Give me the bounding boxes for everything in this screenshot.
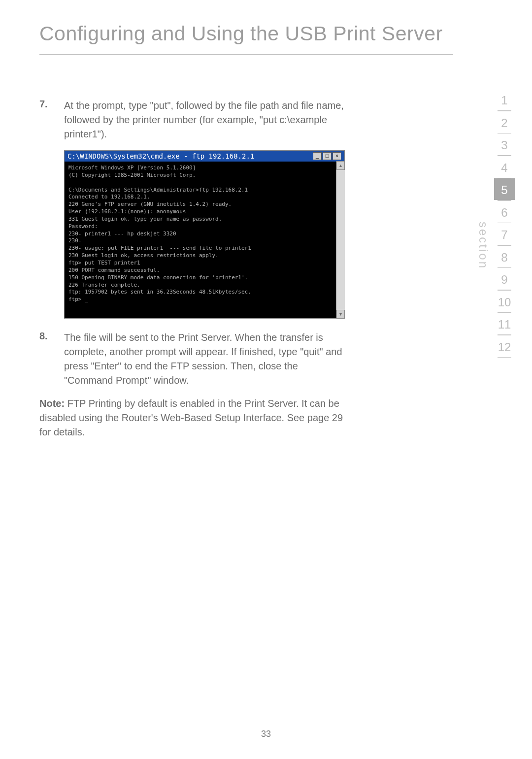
close-button[interactable]: × — [332, 152, 341, 160]
section-nav-item-2[interactable]: 2 — [494, 111, 515, 133]
step-text: The file will be sent to the Print Serve… — [64, 330, 345, 388]
window-titlebar: C:\WINDOWS\System32\cmd.exe - ftp 192.16… — [65, 151, 344, 162]
section-nav-item-9[interactable]: 9 — [494, 268, 515, 290]
section-nav-item-3[interactable]: 3 — [494, 133, 515, 155]
section-label: section — [476, 222, 490, 269]
step-number: 8. — [39, 330, 64, 388]
section-nav-item-10[interactable]: 10 — [494, 291, 515, 312]
scrollbar[interactable]: ▴ ▾ — [336, 161, 345, 319]
main-content: 7. At the prompt, type "put", followed b… — [39, 99, 345, 439]
page-number: 33 — [261, 729, 271, 739]
command-prompt-window: C:\WINDOWS\System32\cmd.exe - ftp 192.16… — [64, 150, 345, 319]
page-title: Configuring and Using the USB Print Serv… — [39, 22, 443, 45]
section-nav-item-8[interactable]: 8 — [494, 246, 515, 267]
section-nav-item-12[interactable]: 12 — [494, 335, 515, 357]
step-7: 7. At the prompt, type "put", followed b… — [39, 99, 345, 141]
window-buttons: _ □ × — [313, 152, 341, 160]
scroll-up-button[interactable]: ▴ — [336, 161, 345, 170]
section-nav-divider — [498, 357, 511, 358]
section-nav-item-6[interactable]: 6 — [494, 201, 515, 223]
terminal-output: Microsoft Windows XP [Version 5.1.2600] … — [65, 162, 344, 318]
step-number: 7. — [39, 99, 64, 141]
note-text: FTP Printing by default is enabled in th… — [39, 398, 343, 437]
step-8: 8. The file will be sent to the Print Se… — [39, 330, 345, 388]
minimize-button[interactable]: _ — [313, 152, 322, 160]
section-nav-item-11[interactable]: 11 — [494, 313, 515, 334]
section-nav-item-7[interactable]: 7 — [494, 223, 515, 245]
step-text: At the prompt, type "put", followed by t… — [64, 99, 345, 141]
scroll-down-button[interactable]: ▾ — [336, 310, 345, 319]
note-label: Note: — [39, 398, 65, 409]
screenshot-container: C:\WINDOWS\System32\cmd.exe - ftp 192.16… — [39, 150, 345, 319]
title-underline — [39, 54, 453, 55]
section-nav-item-4[interactable]: 4 — [494, 156, 515, 178]
maximize-button[interactable]: □ — [323, 152, 332, 160]
window-title-text: C:\WINDOWS\System32\cmd.exe - ftp 192.16… — [67, 152, 254, 160]
section-nav: 123456789101112 — [494, 89, 515, 358]
section-nav-item-5[interactable]: 5 — [494, 178, 515, 200]
note-paragraph: Note: FTP Printing by default is enabled… — [39, 396, 345, 439]
section-nav-item-1[interactable]: 1 — [494, 89, 515, 110]
